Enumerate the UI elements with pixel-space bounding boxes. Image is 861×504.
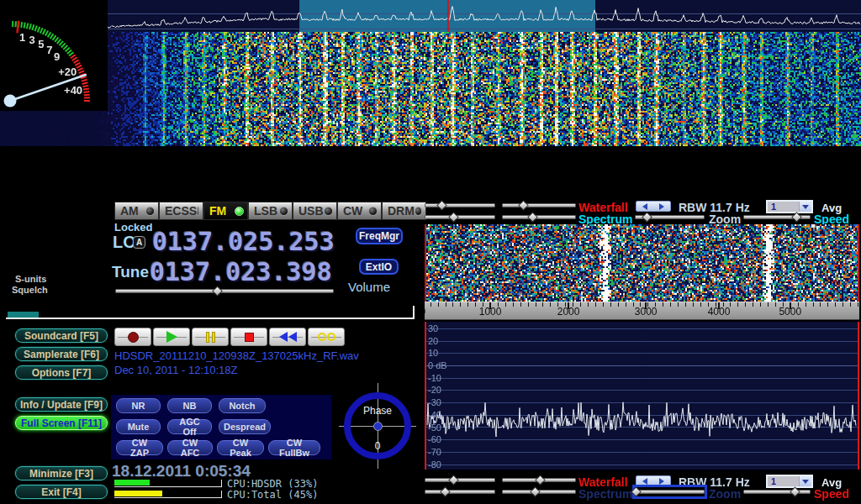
rbw-spinner-bottom[interactable] [636,475,671,486]
mode-drm-button[interactable]: DRM [382,202,426,220]
rbw-increase-icon[interactable] [659,203,664,210]
slider-thumb[interactable] [527,212,538,223]
combo-dropdown-icon[interactable] [799,476,811,486]
ruler-tick-label: 5000 [779,306,801,318]
loop-icon [318,333,335,341]
rf-spectrum-canvas [0,0,861,32]
mode-lsb-button[interactable]: LSB [248,202,293,220]
stop-button[interactable] [230,328,267,346]
slider-thumb[interactable] [440,486,451,497]
spectrum-contrast-slider-bottom[interactable] [425,487,495,496]
db-tick-label: -30 [428,397,441,407]
volume-slider[interactable] [115,286,334,296]
db-tick-label: -20 [428,385,441,395]
tune-frequency-display[interactable]: 0137.023.398 [150,257,332,286]
minimize-button[interactable]: Minimize [F3] [15,466,108,480]
despread-button[interactable]: Despread [219,419,271,434]
play-button[interactable] [153,328,190,346]
af-waterfall-display[interactable] [425,224,859,302]
agc-off-button[interactable]: AGC Off [167,419,212,434]
phase-zero-label: 0 [339,440,416,452]
rf-spectrum-display[interactable]: 0 dB-50-100 [0,0,861,32]
waterfall-contrast-slider-top[interactable] [425,201,495,210]
soundcard-button[interactable]: Soundcard [F5] [15,328,108,343]
mode-led-icon [368,207,378,216]
slider-thumb[interactable] [530,486,541,497]
volume-slider-thumb[interactable] [212,286,223,297]
hdsdr-window: 1370001370051370101370151370201370251370… [0,0,861,504]
cw-afc-button[interactable]: CW AFC [167,440,213,455]
ruler-tick-label: 4000 [708,306,731,318]
mode-label: LSB [254,204,277,218]
tune-label: Tune [112,263,149,281]
extio-button[interactable]: ExtIO [359,259,399,275]
recording-date: Dec 10, 2011 - 12:10:18Z [114,364,237,376]
zoom-slider-bottom[interactable] [635,487,705,496]
waterfall-brightness-slider-top[interactable] [502,201,576,210]
phase-dial[interactable]: Phase 0 [339,383,416,469]
record-icon [128,332,139,343]
rbw-decrease-icon[interactable] [642,478,647,485]
mode-led-icon [145,207,155,216]
exit-button[interactable]: Exit [F4] [15,485,108,499]
panel-corner-bracket [413,306,415,318]
record-button[interactable] [114,328,151,346]
s-meter[interactable] [0,0,108,111]
rewind-button[interactable] [269,328,306,346]
combo-dropdown-icon[interactable] [799,202,811,212]
rbw-decrease-icon[interactable] [642,203,647,210]
spectrum-contrast-slider-top[interactable] [425,213,495,222]
mode-fm-button[interactable]: FM [203,202,248,220]
db-tick-label: 0 dB [428,360,447,370]
freqmgr-button[interactable]: FreqMgr [356,228,403,244]
nr-button[interactable]: NR [116,398,161,413]
slider-thumb[interactable] [519,200,530,211]
slider-thumb[interactable] [790,486,801,497]
slider-thumb[interactable] [535,475,546,486]
af-spectrum-canvas [425,322,859,470]
notch-button[interactable]: Notch [219,398,266,413]
rbw-increase-icon[interactable] [659,478,664,485]
mute-button[interactable]: Mute [116,419,161,434]
mode-label: CW [343,204,362,218]
ruler-tick-label: 3000 [635,306,658,318]
samplerate-button[interactable]: Samplerate [F6] [15,347,108,361]
mode-led-icon [279,207,288,216]
slider-thumb[interactable] [448,212,459,223]
waterfall-contrast-slider-bottom[interactable] [425,475,495,485]
mode-am-button[interactable]: AM [114,202,159,220]
zoom-slider-top[interactable] [635,213,705,222]
avg-combo-bottom[interactable]: 1 [766,475,813,488]
lo-auto-badge[interactable]: A [133,236,145,249]
loop-button[interactable] [308,328,345,346]
mode-ecss-button[interactable]: ECSS [159,202,203,220]
slider-thumb[interactable] [448,475,459,486]
cw-zap-button[interactable]: CW ZAP [116,440,163,455]
pause-button[interactable] [192,328,229,346]
lo-frequency-display[interactable]: 0137.025.253 [152,227,335,256]
mode-usb-button[interactable]: USB [293,202,337,220]
nb-button[interactable]: NB [167,398,212,413]
pause-icon [206,332,215,343]
spectrum-brightness-slider-bottom[interactable] [502,487,576,496]
cw-fullbw-button[interactable]: CW FullBw [268,440,320,455]
af-frequency-ruler[interactable]: 010002000300040005000 [425,302,859,320]
waterfall-brightness-slider-bottom[interactable] [502,475,576,485]
slider-thumb[interactable] [791,212,802,223]
slider-thumb[interactable] [642,212,652,223]
mode-cw-button[interactable]: CW [337,202,382,220]
slider-thumb[interactable] [436,200,447,211]
fullscreen-button[interactable]: Full Screen [F11] [15,416,108,430]
rbw-spinner-top[interactable] [636,201,671,212]
af-spectrum-display[interactable]: 3020100 dB-10-20-30-40-50-60-70-80 [425,322,859,470]
squelch-slider-line[interactable] [6,318,415,319]
volume-slider-track [115,289,334,293]
rewind-icon [278,332,297,342]
speed-slider-bottom[interactable] [743,487,811,496]
cw-peak-button[interactable]: CW Peak [217,440,264,455]
speed-slider-top[interactable] [743,213,811,222]
spectrum-brightness-slider-top[interactable] [502,213,576,222]
options-button[interactable]: Options [F7] [15,365,108,380]
avg-combo-top[interactable]: 1 [766,200,813,213]
info-update-button[interactable]: Info / Update [F9] [15,397,108,412]
